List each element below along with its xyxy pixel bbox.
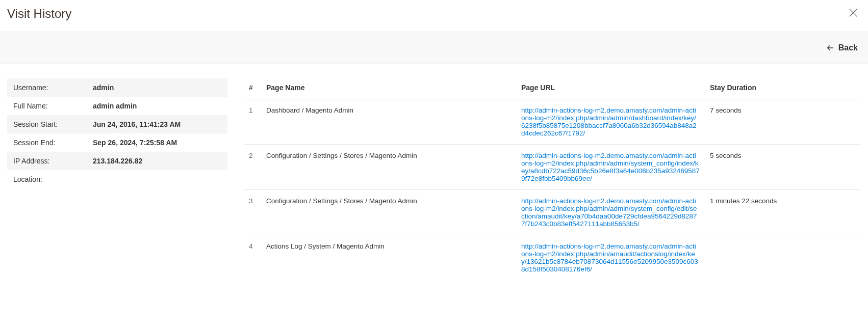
info-row-username: Username: admin: [7, 78, 227, 97]
col-header-stay-duration: Stay Duration: [705, 78, 861, 99]
cell-page-name: Configuration / Settings / Stores / Mage…: [261, 145, 516, 190]
col-header-page-name: Page Name: [261, 78, 516, 99]
cell-stay-duration: 7 seconds: [705, 99, 861, 145]
info-value: Sep 26, 2024, 7:25:58 AM: [93, 139, 177, 147]
cell-page-name: Dashboard / Magento Admin: [261, 99, 516, 145]
cell-stay-duration: 5 seconds: [705, 145, 861, 190]
page-url-link[interactable]: http://admin-actions-log-m2.demo.amasty.…: [521, 152, 700, 182]
table-header-row: # Page Name Page URL Stay Duration: [244, 78, 861, 99]
cell-page-url: http://admin-actions-log-m2.demo.amasty.…: [516, 190, 705, 235]
cell-stay-duration: 1 minutes 22 seconds: [705, 190, 861, 235]
info-label: IP Address:: [13, 157, 93, 165]
info-label: Username:: [13, 84, 93, 92]
cell-num: 4: [244, 235, 261, 281]
arrow-left-icon: [826, 44, 834, 52]
info-row-ip-address: IP Address: 213.184.226.82: [7, 152, 227, 170]
cell-page-url: http://admin-actions-log-m2.demo.amasty.…: [516, 145, 705, 190]
cell-stay-duration: [705, 235, 861, 281]
back-button-label: Back: [838, 43, 858, 52]
page-header: Visit History: [0, 0, 868, 32]
col-header-page-url: Page URL: [516, 78, 705, 99]
info-row-session-start: Session Start: Jun 24, 2016, 11:41:23 AM: [7, 115, 227, 133]
table-row: 4 Actions Log / System / Magento Admin h…: [244, 235, 861, 281]
cell-num: 1: [244, 99, 261, 145]
page-url-link[interactable]: http://admin-actions-log-m2.demo.amasty.…: [521, 242, 700, 273]
cell-page-name: Actions Log / System / Magento Admin: [261, 235, 516, 281]
cell-page-name: Configuration / Settings / Stores / Mage…: [261, 190, 516, 235]
info-row-fullname: Full Name: admin admin: [7, 97, 227, 115]
col-header-num: #: [244, 78, 261, 99]
info-value: Jun 24, 2016, 11:41:23 AM: [93, 120, 181, 128]
table-row: 3 Configuration / Settings / Stores / Ma…: [244, 190, 861, 235]
visit-history-table-panel: # Page Name Page URL Stay Duration 1 Das…: [244, 78, 861, 280]
info-label: Session End:: [13, 139, 93, 147]
info-label: Location:: [13, 175, 93, 183]
info-label: Session Start:: [13, 120, 93, 128]
info-row-session-end: Session End: Sep 26, 2024, 7:25:58 AM: [7, 133, 227, 152]
info-value: admin: [93, 84, 114, 92]
cell-page-url: http://admin-actions-log-m2.demo.amasty.…: [516, 235, 705, 281]
session-info-panel: Username: admin Full Name: admin admin S…: [7, 78, 227, 188]
close-icon[interactable]: [846, 5, 861, 22]
content: Username: admin Full Name: admin admin S…: [0, 64, 868, 290]
info-value: admin admin: [93, 102, 137, 110]
table-row: 2 Configuration / Settings / Stores / Ma…: [244, 145, 861, 190]
table-row: 1 Dashboard / Magento Admin http://admin…: [244, 99, 861, 145]
info-value: 213.184.226.82: [93, 157, 142, 165]
visit-history-table: # Page Name Page URL Stay Duration 1 Das…: [244, 78, 861, 280]
cell-num: 2: [244, 145, 261, 190]
info-label: Full Name:: [13, 102, 93, 110]
cell-num: 3: [244, 190, 261, 235]
page-url-link[interactable]: http://admin-actions-log-m2.demo.amasty.…: [521, 106, 700, 137]
toolbar: Back: [0, 32, 868, 64]
page-title: Visit History: [7, 7, 71, 21]
page-url-link[interactable]: http://admin-actions-log-m2.demo.amasty.…: [521, 197, 700, 228]
back-button[interactable]: Back: [826, 43, 858, 52]
info-row-location: Location:: [7, 170, 227, 188]
cell-page-url: http://admin-actions-log-m2.demo.amasty.…: [516, 99, 705, 145]
